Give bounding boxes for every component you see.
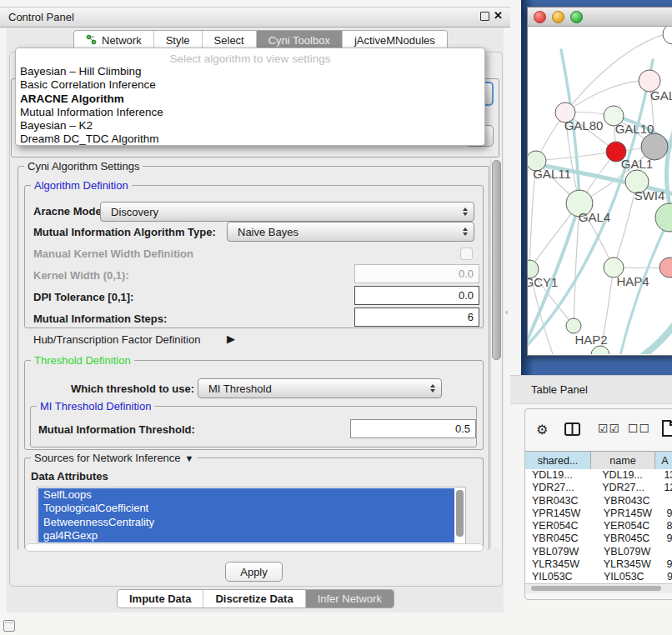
zoom-traffic-light[interactable] xyxy=(570,11,583,23)
expand-arrow-icon[interactable]: ▶ xyxy=(227,332,235,345)
data-attributes-list[interactable]: SelfLoopsTopologicalCoefficientBetweenne… xyxy=(37,487,466,545)
table-row[interactable]: YBL079WYBL079W xyxy=(525,546,672,558)
attribute-item[interactable]: TopologicalCoefficient xyxy=(38,502,454,515)
gear-icon[interactable]: ⚙ xyxy=(536,422,548,438)
attribute-item[interactable]: BetweennessCentrality xyxy=(38,516,454,529)
table-cell: YER054C xyxy=(525,520,597,532)
tab-label: Cyni Toolbox xyxy=(268,34,330,47)
combo-value: MI Threshold xyxy=(208,382,272,395)
column-header-shared-name[interactable]: shared... xyxy=(525,452,591,470)
table-row[interactable]: YBR045CYBR045C9. xyxy=(525,532,672,545)
combo-value: Naive Bayes xyxy=(238,226,298,238)
network-node[interactable] xyxy=(659,258,672,278)
sources-title: Sources for Network Inference xyxy=(34,452,181,464)
stepper-icon xyxy=(463,208,468,216)
table-cell: YER054C xyxy=(597,520,664,532)
checked-boxes-icon[interactable]: ☑☑ xyxy=(598,422,620,435)
table-cell: YIL053C xyxy=(597,571,664,583)
attribute-item[interactable]: SelfLoops xyxy=(38,488,454,502)
manual-kernel-checkbox[interactable] xyxy=(460,248,473,260)
table-cell: YBR043C xyxy=(525,495,597,508)
network-canvas[interactable]: GALGAL80GAL10GAL1GAL11SWI4GAL4GCY1HAP4YH… xyxy=(528,27,672,354)
table-row[interactable]: YER054CYER054C8. xyxy=(525,520,672,532)
tab-label: Network xyxy=(102,34,142,47)
network-node-label: HAP4 xyxy=(616,274,649,288)
float-window-icon[interactable] xyxy=(480,12,489,21)
tab-impute-data[interactable]: Impute Data xyxy=(118,590,203,608)
algorithm-option[interactable]: ARACNE Algorithm xyxy=(16,92,484,106)
mi-type-combo[interactable]: Naive Bayes xyxy=(227,222,474,242)
network-icon xyxy=(86,34,97,48)
table-horizontal-scrollbar[interactable] xyxy=(525,583,672,593)
which-threshold-combo[interactable]: MI Threshold xyxy=(198,378,442,398)
apply-button[interactable]: Apply xyxy=(225,562,283,582)
algorithm-option[interactable]: Bayesian – Hill Climbing xyxy=(16,65,484,78)
restore-panel-icon[interactable] xyxy=(3,620,15,632)
settings-vertical-scrollbar[interactable] xyxy=(490,158,502,548)
table-row[interactable]: YIL053CYIL053C9 xyxy=(525,571,672,583)
bottom-tabs: Impute Data Discretize Data Infer Networ… xyxy=(117,589,394,608)
algorithm-option[interactable]: Bayesian – K2 xyxy=(16,119,484,132)
network-node-label: HAP2 xyxy=(574,332,607,347)
table-cell: YBR045C xyxy=(597,532,664,545)
column-header-partial[interactable]: A xyxy=(655,452,672,470)
aracne-mode-combo[interactable]: Discovery xyxy=(100,202,474,222)
network-node[interactable] xyxy=(566,318,581,333)
algorithm-option[interactable]: Mutual Information Inference xyxy=(16,106,484,119)
dpi-tolerance-field[interactable]: 0.0 xyxy=(354,286,479,305)
table-body: YDL19...YDL19...13YDR27...YDR27...12YBR0… xyxy=(525,469,672,583)
table-cell: YPR145W xyxy=(597,508,664,520)
table-row[interactable]: YBR043CYBR043C xyxy=(525,495,672,508)
stepper-icon xyxy=(463,228,468,236)
network-window-titlebar[interactable] xyxy=(528,8,672,27)
table-row[interactable]: YDR27...YDR27...12 xyxy=(525,482,672,494)
close-icon[interactable]: ✕ xyxy=(494,9,503,22)
mi-threshold-label: Mutual Information Threshold: xyxy=(38,423,195,436)
table-row[interactable]: YLR345WYLR345W9. xyxy=(525,558,672,571)
tab-label: Style xyxy=(166,34,190,47)
column-header-name[interactable]: name xyxy=(591,452,655,470)
table-cell: YBR043C xyxy=(597,495,664,508)
panel-resize-handle[interactable]: ‹ xyxy=(505,307,509,317)
algorithm-option[interactable]: Basic Correlation Inference xyxy=(16,78,484,92)
tab-discretize-data[interactable]: Discretize Data xyxy=(203,590,305,608)
network-window[interactable]: GALGAL80GAL10GAL1GAL11SWI4GAL4GCY1HAP4YH… xyxy=(527,7,672,356)
tab-label: jActiveMNodules xyxy=(354,34,435,47)
table-panel-titlebar: Table Panel xyxy=(510,375,672,404)
mi-steps-label: Mutual Information Steps: xyxy=(33,312,167,325)
kernel-width-label: Kernel Width (0,1): xyxy=(33,269,129,282)
settings-horizontal-scrollbar[interactable] xyxy=(25,543,484,552)
table-cell: 9. xyxy=(664,508,672,520)
new-file-icon[interactable] xyxy=(661,420,672,440)
close-traffic-light[interactable] xyxy=(534,11,546,23)
group-title: Cyni Algorithm Settings xyxy=(24,160,143,172)
kernel-width-field[interactable]: 0.0 xyxy=(354,264,479,283)
network-node[interactable] xyxy=(663,27,672,44)
table-cell: YBL079W xyxy=(525,546,597,558)
table-cell: YDR27... xyxy=(525,482,595,494)
network-node[interactable] xyxy=(655,203,672,232)
tab-infer-network[interactable]: Infer Network xyxy=(306,590,394,608)
hub-definition-label: Hub/Transcription Factor Definition xyxy=(33,333,200,346)
table-cell: 8. xyxy=(664,520,672,532)
collapse-arrow-icon[interactable]: ▼ xyxy=(185,453,194,463)
table-row[interactable]: YPR145WYPR145W9. xyxy=(525,508,672,520)
minimize-traffic-light[interactable] xyxy=(552,11,564,23)
network-node-label: GAL xyxy=(650,88,672,102)
table-cell: YLR345W xyxy=(525,558,597,571)
scrollbar-thumb[interactable] xyxy=(531,586,661,591)
algorithm-option[interactable]: Dream8 DC_TDC Algorithm xyxy=(16,132,484,146)
list-scrollbar-thumb[interactable] xyxy=(456,490,464,537)
mi-steps-field[interactable]: 6 xyxy=(354,308,479,327)
tab-label: Impute Data xyxy=(129,592,191,605)
attribute-item[interactable]: gal4RGexp xyxy=(38,529,454,542)
table-row[interactable]: YDL19...YDL19...13 xyxy=(525,469,672,482)
scrollbar-thumb[interactable] xyxy=(492,160,501,360)
split-columns-icon[interactable] xyxy=(564,422,580,439)
network-node-label: SWI4 xyxy=(634,188,665,202)
tab-label: Discretize Data xyxy=(215,592,293,605)
unchecked-boxes-icon[interactable]: ☐☐ xyxy=(628,422,650,435)
stepper-icon xyxy=(430,384,435,392)
network-node[interactable] xyxy=(591,346,609,354)
mi-threshold-field[interactable]: 0.5 xyxy=(350,419,476,438)
